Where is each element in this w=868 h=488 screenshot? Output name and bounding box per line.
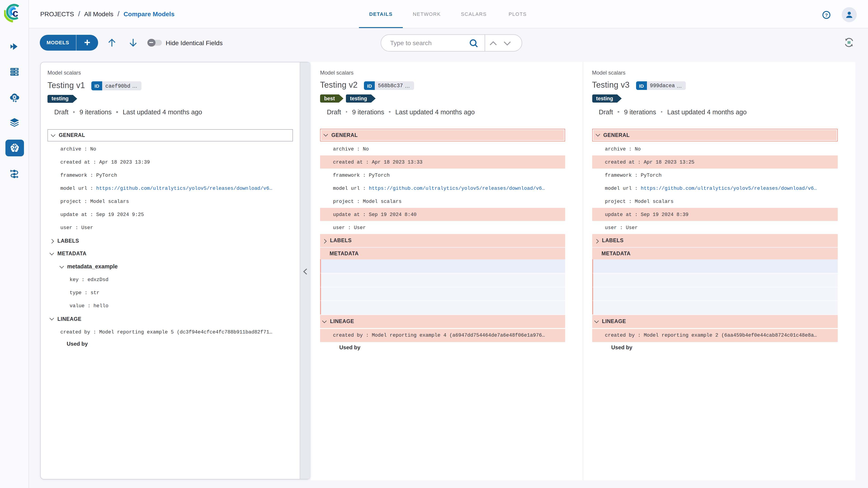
svg-text:c: c xyxy=(12,7,18,19)
svg-text:?: ? xyxy=(825,12,828,18)
